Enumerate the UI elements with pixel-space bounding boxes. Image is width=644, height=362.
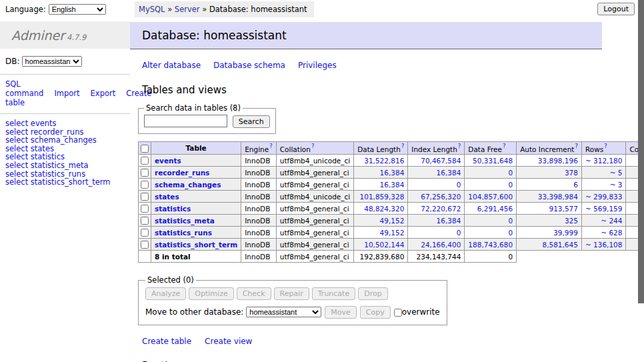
analyze-button[interactable]: Analyze [145, 287, 186, 300]
row-checkbox[interactable] [141, 241, 149, 249]
auto-increment-cell: 913,577 [517, 203, 582, 215]
sidebar-link-sql-command[interactable]: SQL command [5, 79, 43, 98]
data-length-cell: 16,384 [354, 179, 408, 191]
breadcrumb-current: Database: homeassistant [209, 5, 307, 14]
move-row: Move to other database:homeassistantMove… [145, 306, 440, 319]
sidebar-link-select-statistics-short-term[interactable]: select statistics_short_term [5, 177, 110, 187]
engine-cell: InnoDB [241, 203, 277, 215]
table-name-cell: statistics_runs [151, 227, 241, 239]
data-length-cell: 49,152 [354, 215, 408, 227]
table-link-recorder-runs[interactable]: recorder_runs [155, 169, 209, 177]
scrollbar-track[interactable] [638, 0, 644, 362]
search-button[interactable]: Search [233, 115, 270, 128]
row-checkbox[interactable] [141, 169, 149, 177]
sidebar-link-import[interactable]: Import [54, 89, 79, 98]
row-check-cell [139, 227, 151, 239]
row-checkbox[interactable] [141, 229, 149, 237]
engine-cell: InnoDB [241, 239, 277, 251]
col-header-label: Table [186, 144, 207, 152]
auto-increment-cell: 33,398,984 [517, 191, 582, 203]
rows-cell: ~ 628 [581, 227, 626, 239]
db-select[interactable]: homeassistant [22, 56, 82, 67]
brand-version: 4.7.9 [67, 33, 86, 42]
col-header-engine: Engine? [241, 141, 277, 155]
table-link-statistics-short-term[interactable]: statistics_short_term [155, 241, 237, 249]
rows-cell: ~ 5 [581, 167, 626, 179]
col-header-label: Data Free [468, 145, 502, 153]
tables-table-body: eventsInnoDButf8mb4_unicode_ci31,522,816… [139, 155, 644, 263]
data-free-cell: 0 [465, 167, 517, 179]
optimize-button[interactable]: Optimize [189, 287, 233, 300]
breadcrumb-link-mysql[interactable]: MySQL [139, 5, 165, 14]
table-link-statistics[interactable]: statistics [155, 205, 191, 213]
select-all-checkbox[interactable] [141, 145, 149, 153]
copy-button[interactable]: Copy [360, 306, 391, 319]
help-link[interactable]: ? [401, 143, 405, 149]
row-checkbox[interactable] [141, 157, 149, 165]
table-row: statistics_short_termInnoDButf8mb4_gener… [139, 239, 644, 251]
table-link-schema-changes[interactable]: schema_changes [155, 181, 221, 189]
help-marker: ? [401, 143, 405, 149]
row-checkbox[interactable] [141, 193, 149, 201]
table-row: recorder_runsInnoDButf8mb4_general_ci16,… [139, 167, 644, 179]
table-link-states[interactable]: states [155, 193, 179, 201]
col-header-auto-increment: Auto Increment? [517, 141, 582, 155]
action-link-database-schema[interactable]: Database schema [213, 61, 285, 70]
auto-increment-cell: 325 [517, 215, 582, 227]
action-link-alter-database[interactable]: Alter database [142, 61, 201, 70]
language-select[interactable]: English [49, 4, 106, 15]
index-length-cell: 24,166,400 [408, 239, 465, 251]
sidebar-link-export[interactable]: Export [91, 89, 116, 98]
brand-name: Adminer [11, 28, 65, 43]
help-link[interactable]: ? [458, 143, 461, 149]
overwrite-checkbox[interactable] [394, 309, 402, 317]
repair-button[interactable]: Repair [274, 287, 309, 300]
help-link[interactable]: ? [269, 143, 273, 149]
language-label: Language: [5, 5, 46, 14]
row-checkbox[interactable] [141, 181, 149, 189]
data-length-cell: 31,522,816 [354, 155, 408, 167]
sidebar: Language:English Adminer4.7.9 DB:homeass… [0, 0, 130, 187]
search-input[interactable] [144, 115, 227, 127]
table-name-cell: statistics_meta [151, 215, 241, 227]
logout-button[interactable]: Logout [597, 3, 635, 15]
create-view-link[interactable]: Create view [205, 337, 252, 346]
index-length-cell: 70,467,584 [408, 155, 465, 167]
rows-cell: ~ 569,159 [581, 203, 626, 215]
truncate-button[interactable]: Truncate [312, 287, 355, 300]
breadcrumb-separator: » [200, 5, 209, 14]
breadcrumb-link-server[interactable]: Server [175, 5, 200, 14]
col-header-index-length: Index Length? [408, 141, 465, 155]
table-name-cell: states [151, 191, 241, 203]
move-label: Move to other database: [145, 307, 243, 317]
help-link[interactable]: ? [575, 143, 578, 149]
data-free-cell: 6,291,456 [465, 203, 517, 215]
help-link[interactable]: ? [604, 143, 607, 149]
check-button[interactable]: Check [237, 287, 271, 300]
auto-increment-cell: 8,581,645 [517, 239, 582, 251]
table-name-cell: statistics [151, 203, 241, 215]
scrollbar-thumb[interactable] [638, 0, 644, 303]
drop-button[interactable]: Drop [358, 287, 387, 300]
create-table-link[interactable]: Create table [142, 337, 191, 346]
help-link[interactable]: ? [311, 143, 315, 149]
total-engine-cell: InnoDB [241, 251, 277, 263]
engine-cell: InnoDB [241, 179, 277, 191]
row-checkbox[interactable] [141, 205, 149, 213]
index-length-cell: 16,384 [408, 167, 465, 179]
data-length-cell: 10,502,144 [354, 239, 408, 251]
collation-cell: utf8mb4_general_ci [276, 179, 353, 191]
help-link[interactable]: ? [503, 143, 506, 149]
action-link-privileges[interactable]: Privileges [298, 61, 337, 70]
row-checkbox[interactable] [141, 217, 149, 225]
db-selector-row: DB:homeassistant [0, 49, 130, 75]
table-link-statistics-meta[interactable]: statistics_meta [155, 217, 215, 225]
row-check-cell [139, 215, 151, 227]
move-button[interactable]: Move [325, 306, 357, 319]
table-row: statistics_runsInnoDButf8mb4_general_ci4… [139, 227, 644, 239]
data-free-cell: 50,331,648 [465, 155, 517, 167]
table-link-statistics-runs[interactable]: statistics_runs [155, 229, 212, 237]
move-db-select[interactable]: homeassistant [246, 307, 321, 317]
table-link-events[interactable]: events [155, 157, 181, 165]
sidebar-action-links: SQL commandImportExportCreate table [0, 75, 130, 114]
